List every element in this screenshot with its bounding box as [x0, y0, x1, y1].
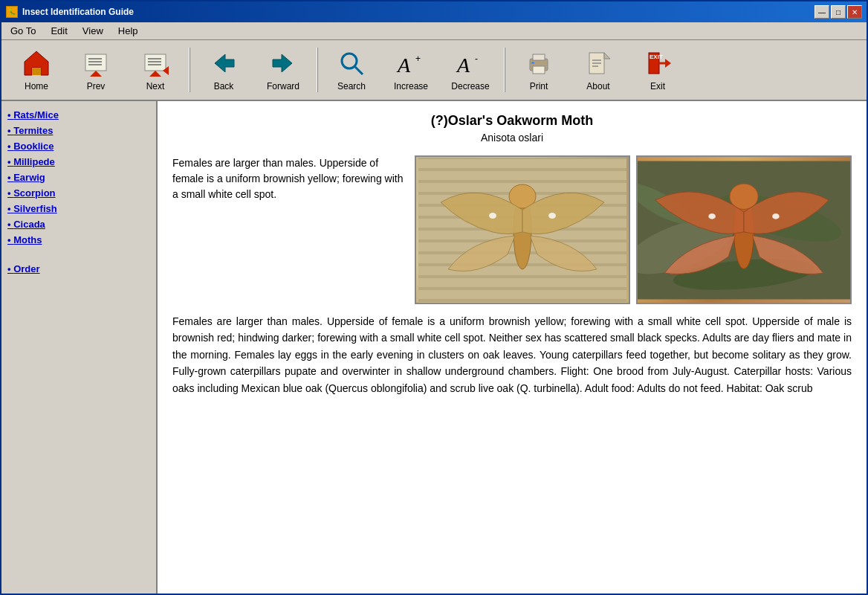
- app-icon: 🐛: [6, 6, 18, 18]
- sidebar-item-moths[interactable]: Moths: [4, 232, 153, 248]
- search-label: Search: [337, 81, 366, 91]
- about-icon: [583, 48, 613, 78]
- title-bar-left: 🐛 Insect Identification Guide: [6, 6, 134, 18]
- toolbar: Home Prev: [1, 40, 867, 101]
- svg-rect-1: [32, 68, 41, 75]
- exit-label: Exit: [650, 81, 665, 91]
- forward-button[interactable]: Forward: [254, 43, 312, 97]
- home-label: Home: [25, 81, 48, 91]
- about-label: About: [586, 81, 609, 91]
- menu-goto[interactable]: Go To: [4, 24, 42, 38]
- svg-point-62: [489, 213, 496, 219]
- svg-text:EXIT: EXIT: [650, 54, 663, 60]
- sidebar: Rats/Mice Termites Booklice Millipede Ea…: [1, 101, 158, 594]
- main-content: (?)Oslar's Oakworm Moth Anisota oslari F…: [158, 101, 867, 594]
- title-bar: 🐛 Insect Identification Guide — □ ✕: [1, 1, 867, 22]
- decrease-icon: A -: [456, 48, 485, 78]
- home-button[interactable]: Home: [7, 43, 65, 97]
- content-area: Rats/Mice Termites Booklice Millipede Ea…: [1, 101, 867, 594]
- decrease-button[interactable]: A - Decrease: [441, 43, 499, 97]
- svg-rect-23: [533, 66, 545, 74]
- svg-point-72: [772, 213, 780, 219]
- image-pair: [415, 155, 852, 304]
- increase-label: Increase: [394, 81, 428, 91]
- svg-point-63: [548, 213, 556, 219]
- moth-image-left: [415, 155, 630, 304]
- maximize-button[interactable]: □: [831, 5, 846, 19]
- about-button[interactable]: About: [569, 43, 627, 97]
- svg-marker-26: [604, 53, 610, 59]
- separator-3: [504, 48, 505, 92]
- svg-marker-33: [665, 59, 671, 68]
- svg-text:A: A: [456, 54, 470, 77]
- search-button[interactable]: Search: [323, 43, 380, 97]
- content-body: Females are larger than males. Upperside…: [172, 155, 852, 396]
- page-title: (?)Oslar's Oakworm Moth: [172, 113, 852, 129]
- svg-marker-6: [90, 71, 102, 77]
- print-button[interactable]: Print: [510, 43, 568, 97]
- separator-2: [317, 48, 318, 92]
- back-button[interactable]: Back: [195, 43, 253, 97]
- next-icon: [140, 48, 170, 78]
- full-description: Females are larger than males. Upperside…: [172, 313, 852, 396]
- sidebar-item-order[interactable]: Order: [4, 259, 153, 279]
- search-icon: [337, 48, 366, 78]
- sidebar-item-rats-mice[interactable]: Rats/Mice: [4, 107, 153, 123]
- sidebar-item-millipede[interactable]: Millipede: [4, 154, 153, 170]
- page-subtitle: Anisota oslari: [172, 132, 852, 144]
- next-label: Next: [146, 81, 165, 91]
- menu-help[interactable]: Help: [112, 24, 144, 38]
- window-title: Insect Identification Guide: [22, 7, 134, 17]
- description-intro: Females are larger than males. Upperside…: [172, 155, 406, 304]
- sidebar-item-scorpion[interactable]: Scorpion: [4, 185, 153, 201]
- separator-1: [189, 48, 190, 92]
- svg-point-71: [708, 213, 716, 219]
- print-label: Print: [530, 81, 548, 91]
- close-button[interactable]: ✕: [847, 5, 862, 19]
- svg-rect-24: [531, 62, 534, 64]
- print-icon: [524, 48, 554, 78]
- home-icon: [22, 48, 51, 78]
- prev-icon: [81, 48, 111, 78]
- svg-rect-7: [145, 54, 166, 71]
- svg-line-16: [354, 66, 363, 74]
- minimize-button[interactable]: —: [814, 5, 829, 19]
- sidebar-item-silverfish[interactable]: Silverfish: [4, 201, 153, 216]
- next-button[interactable]: Next: [126, 43, 184, 97]
- sidebar-item-cicada[interactable]: Cicada: [4, 216, 153, 232]
- main-window: 🐛 Insect Identification Guide — □ ✕ Go T…: [0, 0, 868, 595]
- increase-icon: A +: [396, 48, 426, 78]
- sidebar-item-termites[interactable]: Termites: [4, 123, 153, 138]
- menu-view[interactable]: View: [77, 24, 109, 38]
- sidebar-item-earwig[interactable]: Earwig: [4, 170, 153, 185]
- svg-rect-2: [85, 54, 106, 71]
- svg-rect-22: [533, 54, 545, 60]
- back-label: Back: [214, 81, 234, 91]
- svg-marker-14: [273, 54, 292, 72]
- sidebar-item-booklice[interactable]: Booklice: [4, 138, 153, 154]
- svg-text:-: -: [475, 54, 478, 64]
- forward-icon: [268, 48, 298, 78]
- svg-marker-13: [215, 54, 234, 72]
- menu-bar: Go To Edit View Help: [1, 22, 867, 40]
- svg-marker-11: [149, 71, 161, 77]
- prev-button[interactable]: Prev: [67, 43, 125, 97]
- moth-image-right: [636, 155, 852, 304]
- svg-text:A: A: [396, 54, 411, 77]
- exit-button[interactable]: EXIT Exit: [629, 43, 687, 97]
- back-icon: [209, 48, 239, 78]
- decrease-label: Decrease: [451, 81, 489, 91]
- content-with-images: Females are larger than males. Upperside…: [172, 155, 852, 304]
- svg-text:+: +: [415, 54, 421, 64]
- forward-label: Forward: [267, 81, 299, 91]
- exit-icon: EXIT: [643, 48, 673, 78]
- title-bar-buttons: — □ ✕: [814, 5, 862, 19]
- menu-edit[interactable]: Edit: [45, 24, 73, 38]
- prev-label: Prev: [87, 81, 106, 91]
- increase-button[interactable]: A + Increase: [382, 43, 440, 97]
